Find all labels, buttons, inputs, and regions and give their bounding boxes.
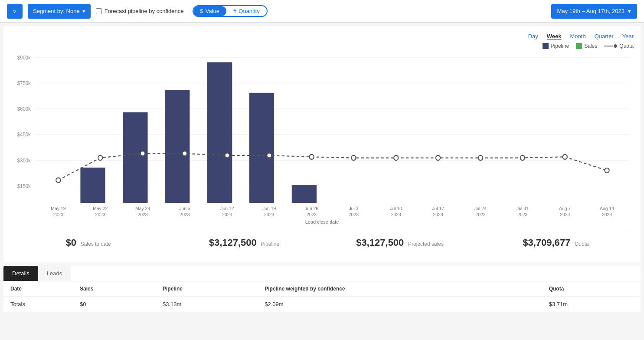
svg-text:2023: 2023: [391, 211, 401, 217]
quota-dot-line: [604, 44, 617, 48]
legend-pipeline-label: Pipeline: [551, 43, 569, 49]
filter-button[interactable]: ▿: [7, 4, 23, 19]
chart-svg: $900k $750k $600k $450k $300k $150k: [10, 53, 634, 218]
svg-text:2023: 2023: [53, 211, 63, 217]
bar-jun5: [165, 90, 190, 203]
svg-text:2023: 2023: [264, 211, 274, 217]
forecast-input[interactable]: [96, 8, 102, 14]
x-axis-title: Lead close date: [10, 219, 634, 224]
bar-may22: [80, 168, 105, 203]
legend-pipeline: Pipeline: [543, 43, 569, 49]
chart-legend: Pipeline Sales Quota: [10, 43, 634, 49]
bar-may29: [123, 112, 147, 203]
period-month[interactable]: Month: [570, 33, 586, 40]
stat-label-quota: Quota: [575, 241, 589, 247]
quota-dot-6: [309, 155, 314, 159]
stat-value-quota: $3,709,677: [523, 237, 570, 248]
quota-dot-4: [225, 153, 229, 158]
quota-dot-0: [56, 178, 60, 182]
svg-text:2023: 2023: [138, 211, 148, 217]
forecast-checkbox[interactable]: Forecast pipeline by confidence: [96, 8, 184, 14]
svg-text:2023: 2023: [602, 211, 612, 217]
stat-value-pipeline: $3,127,500: [209, 237, 257, 248]
stat-pipeline: $3,127,500 Pipeline: [166, 237, 322, 248]
td-sales: $0: [73, 297, 156, 312]
chart-svg-container: $900k $750k $600k $450k $300k $150k: [10, 53, 634, 218]
data-table: Date Sales Pipeline Pipeline weighted by…: [3, 281, 641, 312]
quota-dot-8: [394, 155, 398, 160]
svg-text:May 29: May 29: [135, 206, 150, 211]
chevron-down-icon: ▾: [628, 8, 631, 14]
value-toggle-btn[interactable]: $ Value: [193, 6, 227, 16]
stat-label-projected: Projected sales: [408, 241, 444, 247]
quota-dot-9: [436, 155, 440, 160]
stat-sales-to-date: $0 Sales to date: [10, 237, 166, 248]
quantity-toggle-btn[interactable]: # Quantity: [226, 6, 267, 16]
svg-text:May 19: May 19: [51, 206, 65, 211]
period-day[interactable]: Day: [528, 33, 538, 40]
quota-dot-5: [267, 153, 271, 158]
stat-label-sales: Sales to date: [81, 241, 111, 247]
svg-text:2023: 2023: [180, 211, 190, 217]
chevron-down-icon: ▾: [82, 8, 85, 14]
toolbar: ▿ Segment by: None ▾ Forecast pipeline b…: [0, 0, 644, 23]
svg-text:$900k: $900k: [17, 54, 31, 60]
th-quota: Quota: [542, 281, 641, 297]
svg-text:2023: 2023: [307, 211, 317, 217]
th-pipeline-weighted: Pipeline weighted by confidence: [258, 281, 542, 297]
forecast-label: Forecast pipeline by confidence: [105, 8, 184, 14]
svg-text:Jun 12: Jun 12: [220, 206, 234, 211]
chart-area: Day Week Month Quarter Year Pipeline Sal…: [3, 26, 641, 262]
period-year[interactable]: Year: [622, 33, 634, 40]
quantity-label: Quantity: [239, 8, 259, 14]
th-sales: Sales: [73, 281, 156, 297]
svg-text:Jun 26: Jun 26: [305, 206, 318, 211]
tab-leads[interactable]: Leads: [38, 266, 71, 281]
period-week[interactable]: Week: [547, 33, 562, 40]
svg-text:Jul 31: Jul 31: [517, 206, 529, 211]
td-quota: $3.71m: [542, 297, 641, 312]
svg-text:$300k: $300k: [17, 157, 31, 163]
td-date: Totals: [3, 297, 73, 312]
date-range-label: May 19th – Aug 17th, 2023: [557, 8, 624, 14]
th-pipeline: Pipeline: [156, 281, 258, 297]
svg-text:$750k: $750k: [17, 80, 31, 86]
quota-dot-2: [141, 151, 145, 156]
svg-text:2023: 2023: [222, 211, 232, 217]
quota-dot-3: [183, 151, 187, 156]
svg-text:2023: 2023: [433, 211, 443, 217]
period-quarter[interactable]: Quarter: [595, 33, 614, 40]
tabs-row: Details Leads: [3, 266, 641, 281]
table-row: Totals $0 $3.13m $2.09m $3.71m: [3, 297, 641, 312]
quota-dot-7: [351, 155, 356, 160]
stat-value-projected: $3,127,500: [356, 237, 404, 248]
date-range-button[interactable]: May 19th – Aug 17th, 2023 ▾: [551, 4, 637, 19]
svg-text:2023: 2023: [95, 211, 105, 217]
legend-sales: Sales: [576, 43, 597, 49]
quota-dot-12: [563, 155, 567, 159]
segment-button[interactable]: Segment by: None ▾: [28, 4, 91, 19]
stat-quota: $3,709,677 Quota: [478, 237, 634, 248]
svg-text:2023: 2023: [475, 211, 485, 217]
legend-sales-label: Sales: [584, 43, 597, 49]
th-date: Date: [3, 281, 73, 297]
svg-text:$450k: $450k: [17, 132, 31, 138]
period-selector: Day Week Month Quarter Year: [10, 33, 634, 40]
td-pipeline-weighted: $2.09m: [258, 297, 542, 312]
svg-text:Jun 5: Jun 5: [179, 206, 190, 211]
legend-quota: Quota: [604, 43, 634, 49]
pipeline-color-box: [543, 43, 549, 49]
value-label: Value: [206, 8, 219, 14]
svg-text:Aug 7: Aug 7: [559, 206, 571, 211]
td-pipeline: $3.13m: [156, 297, 258, 312]
value-quantity-toggle: $ Value # Quantity: [193, 5, 268, 17]
svg-text:2023: 2023: [349, 211, 359, 217]
svg-text:May 22: May 22: [93, 206, 108, 211]
quota-dot-10: [478, 155, 483, 160]
quota-dash: [604, 46, 613, 46]
bar-jun19: [249, 93, 274, 203]
svg-text:Jul 10: Jul 10: [390, 206, 402, 211]
tab-details[interactable]: Details: [3, 266, 38, 281]
svg-text:$600k: $600k: [17, 106, 31, 112]
quota-dot: [614, 44, 617, 48]
